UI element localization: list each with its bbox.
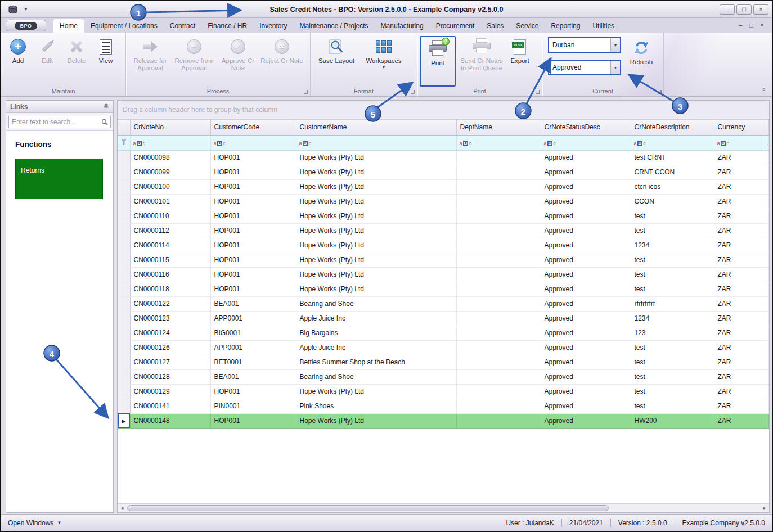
filter-cell-crnoteno[interactable]: aBc — [130, 135, 210, 150]
cell-crnoteno[interactable]: CN0000122 — [130, 296, 210, 311]
cell-crnoteno[interactable]: CN0000100 — [130, 179, 210, 194]
remove-from-approval-button[interactable]: – Remove from Approval — [172, 36, 216, 72]
cell-customercode[interactable]: HOP001 — [210, 413, 296, 428]
cell-deptname[interactable] — [456, 326, 541, 340]
tab-reporting[interactable]: Reporting — [545, 19, 586, 33]
tab-inventory[interactable]: Inventory — [253, 19, 293, 33]
grid-row-CN0000148[interactable]: ▶CN0000148HOP001Hope Works (Pty) LtdAppr… — [118, 413, 769, 428]
cell-crnoteno[interactable]: CN0000118 — [130, 282, 210, 296]
cell-e[interactable] — [765, 194, 769, 209]
cell-customercode[interactable]: HOP001 — [210, 150, 296, 165]
search-input[interactable] — [9, 118, 99, 126]
cell-e[interactable] — [765, 384, 769, 399]
cell-deptname[interactable] — [456, 253, 541, 267]
cell-crnotestatusdesc[interactable]: Approved — [541, 238, 631, 253]
cell-currency[interactable]: ZAR — [714, 296, 765, 311]
cell-e[interactable] — [765, 209, 769, 223]
row-indicator[interactable] — [118, 311, 130, 326]
cell-e[interactable] — [765, 282, 769, 296]
cell-customername[interactable]: Hope Works (Pty) Ltd — [296, 282, 456, 296]
refresh-button[interactable]: Refresh — [627, 37, 656, 66]
cell-customername[interactable]: Bearing and Shoe — [296, 296, 456, 311]
cell-crnoteno[interactable]: CN0000126 — [130, 340, 210, 355]
row-indicator[interactable] — [118, 399, 130, 413]
grid-row-CN0000099[interactable]: CN0000099HOP001Hope Works (Pty) LtdAppro… — [118, 165, 769, 179]
send-to-print-queue-button[interactable]: Send Cr Notes to Print Queue — [458, 36, 505, 72]
cell-customername[interactable]: Pink Shoes — [296, 399, 456, 413]
cell-currency[interactable]: ZAR — [714, 194, 765, 209]
cell-deptname[interactable] — [456, 165, 541, 179]
cell-customername[interactable]: Hope Works (Pty) Ltd — [296, 150, 456, 165]
cell-e[interactable] — [765, 150, 769, 165]
column-header-crnoteno[interactable]: CrNoteNo — [130, 120, 210, 135]
grid-row-CN0000126[interactable]: CN0000126APP0001Apple Juice IncApprovedt… — [118, 340, 769, 355]
cell-crnotestatusdesc[interactable]: Approved — [541, 150, 631, 165]
cell-crnoteno[interactable]: CN0000128 — [130, 369, 210, 384]
tab-contract[interactable]: Contract — [164, 19, 201, 33]
cell-crnotestatusdesc[interactable]: Approved — [541, 282, 631, 296]
row-indicator[interactable]: ▶ — [118, 413, 130, 428]
cell-currency[interactable]: ZAR — [714, 326, 765, 340]
row-indicator[interactable] — [118, 369, 130, 384]
cell-crnotestatusdesc[interactable]: Approved — [541, 209, 631, 223]
cell-crnotestatusdesc[interactable]: Approved — [541, 355, 631, 369]
cell-crnotedescription[interactable]: test — [631, 282, 714, 296]
cell-customername[interactable]: Apple Juice Inc — [296, 340, 456, 355]
cell-crnotedescription[interactable]: rfrfrfrfrf — [631, 296, 714, 311]
scrollbar-thumb[interactable] — [127, 505, 609, 511]
cell-deptname[interactable] — [456, 384, 541, 399]
column-header-customercode[interactable]: CustomerCode — [210, 120, 296, 135]
cell-customername[interactable]: Hope Works (Pty) Ltd — [296, 165, 456, 179]
add-button[interactable]: + Add — [3, 36, 33, 65]
site-combobox-dropdown-icon[interactable]: ▼ — [610, 38, 620, 52]
cell-customercode[interactable]: APP0001 — [210, 311, 296, 326]
cell-customercode[interactable]: HOP001 — [210, 384, 296, 399]
cell-crnotestatusdesc[interactable]: Approved — [541, 296, 631, 311]
column-header-deptname[interactable]: DeptName — [456, 120, 541, 135]
row-indicator[interactable] — [118, 267, 130, 282]
print-button[interactable]: ? Print — [423, 38, 453, 67]
cell-crnotedescription[interactable]: 1234 — [631, 238, 714, 253]
search-icon[interactable] — [99, 119, 110, 125]
delete-button[interactable]: Delete — [62, 36, 91, 65]
cell-crnotedescription[interactable]: test — [631, 267, 714, 282]
cell-currency[interactable]: ZAR — [714, 165, 765, 179]
grid-row-CN0000110[interactable]: CN0000110HOP001Hope Works (Pty) LtdAppro… — [118, 209, 769, 223]
grid-row-CN0000098[interactable]: CN0000098HOP001Hope Works (Pty) LtdAppro… — [118, 150, 769, 165]
cell-customercode[interactable]: BIG0001 — [210, 326, 296, 340]
cell-crnotedescription[interactable]: ctcn icos — [631, 179, 714, 194]
cell-customername[interactable]: Hope Works (Pty) Ltd — [296, 238, 456, 253]
cell-customername[interactable]: Hope Works (Pty) Ltd — [296, 267, 456, 282]
cell-crnotestatusdesc[interactable]: Approved — [541, 165, 631, 179]
cell-currency[interactable]: ZAR — [714, 282, 765, 296]
cell-customercode[interactable]: HOP001 — [210, 179, 296, 194]
cell-currency[interactable]: ZAR — [714, 223, 765, 238]
cell-crnotestatusdesc[interactable]: Approved — [541, 369, 631, 384]
grid-row-CN0000116[interactable]: CN0000116HOP001Hope Works (Pty) LtdAppro… — [118, 267, 769, 282]
save-layout-button[interactable]: Save Layout — [313, 36, 360, 65]
filter-cell-deptname[interactable]: aBc — [456, 135, 541, 150]
filter-cell-currency[interactable]: aBc — [714, 135, 765, 150]
cell-crnotestatusdesc[interactable]: Approved — [541, 399, 631, 413]
cell-crnotestatusdesc[interactable]: Approved — [541, 340, 631, 355]
cell-crnotestatusdesc[interactable]: Approved — [541, 384, 631, 399]
cell-e[interactable] — [765, 179, 769, 194]
cell-customername[interactable]: Bearing and Shoe — [296, 369, 456, 384]
cell-crnotedescription[interactable]: HW200 — [631, 413, 714, 428]
cell-deptname[interactable] — [456, 413, 541, 428]
cell-customercode[interactable]: HOP001 — [210, 194, 296, 209]
cell-crnotestatusdesc[interactable]: Approved — [541, 326, 631, 340]
cell-customername[interactable]: Betties Summer Shop at the Beach — [296, 355, 456, 369]
cell-deptname[interactable] — [456, 267, 541, 282]
grid-row-CN0000118[interactable]: CN0000118HOP001Hope Works (Pty) LtdAppro… — [118, 282, 769, 296]
group-by-bar[interactable]: Drag a column header here to group by th… — [118, 101, 769, 120]
row-indicator[interactable] — [118, 209, 130, 223]
cell-crnoteno[interactable]: CN0000101 — [130, 194, 210, 209]
tab-finance-hr[interactable]: Finance / HR — [201, 19, 253, 33]
grid-row-CN0000112[interactable]: CN0000112HOP001Hope Works (Pty) LtdAppro… — [118, 223, 769, 238]
cell-crnoteno[interactable]: CN0000129 — [130, 384, 210, 399]
close-button[interactable]: × — [753, 4, 768, 15]
cell-currency[interactable]: ZAR — [714, 179, 765, 194]
filter-cell-crnotedescription[interactable]: aBc — [631, 135, 714, 150]
cell-crnotestatusdesc[interactable]: Approved — [541, 311, 631, 326]
